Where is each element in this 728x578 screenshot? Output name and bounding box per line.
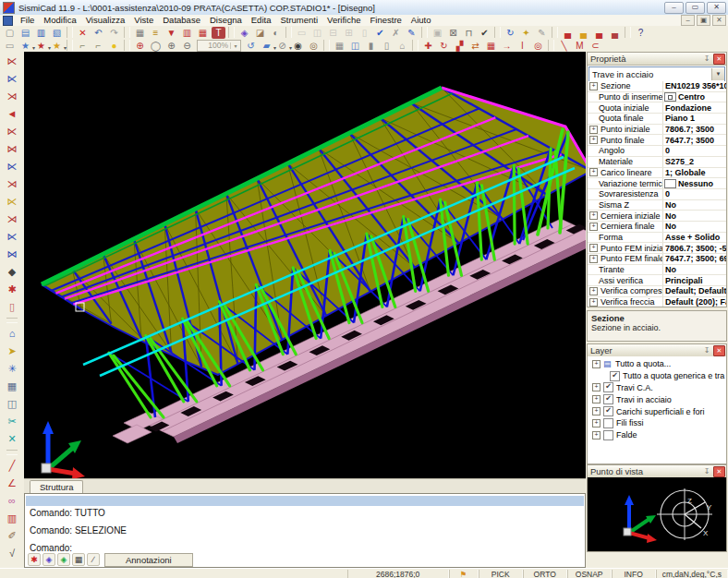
expand-icon[interactable]: + [592,431,601,440]
layer-checkbox[interactable] [603,430,613,440]
error-list-icon[interactable]: ✱ [28,553,41,566]
edit-list-icon[interactable]: ≡ [149,27,163,39]
restore-button[interactable]: ▭ [686,2,705,14]
zoom-extents-icon[interactable]: ◯ [149,40,163,52]
layer-checkbox[interactable]: ✔ [603,394,613,404]
check-model-icon[interactable]: ✔ [373,27,387,39]
expand-icon[interactable]: + [589,223,598,231]
pin-icon[interactable]: ↧ [702,346,711,355]
property-value-cell[interactable]: EN10219 356*10 [663,81,726,91]
redo-icon[interactable]: ↷ [107,27,121,39]
view-favorite-red-icon[interactable]: ★▾ [34,40,48,52]
expand-icon[interactable]: + [592,360,601,368]
light-toggle-icon[interactable]: ● [107,40,121,52]
menu-verifiche[interactable]: Verifiche [322,15,365,26]
pillar-tool-icon[interactable]: ▮ [364,40,378,52]
ok-list-icon[interactable]: ◈ [57,553,70,566]
window-layout-5-icon[interactable]: ▯ [358,27,371,39]
expand-icon[interactable]: + [589,168,598,176]
menu-modifica[interactable]: Modifica [39,15,80,26]
property-value-cell[interactable]: Default; Default [663,286,726,296]
mdi-restore-button[interactable]: ▣ [697,15,710,26]
pin-icon[interactable]: ↧ [702,467,711,476]
insert-tie-tool-icon[interactable]: ⋊ [5,176,20,192]
load-flower-tool-icon[interactable]: ✱ [5,282,20,297]
expand-icon[interactable]: + [592,419,601,427]
chevron-down-icon[interactable]: ▼ [711,68,724,80]
undo-icon[interactable]: ↶ [91,27,105,39]
property-value-cell[interactable]: S275_2 [663,157,726,167]
new-file-icon[interactable]: ▢ [3,27,17,39]
insert-node-tool-icon[interactable]: ⋉ [5,54,20,69]
property-value-cell[interactable]: Asse + Solido [663,233,726,243]
minimize-button[interactable]: ‒ [664,2,684,14]
status-osnap-toggle[interactable]: OSNAP [567,570,612,578]
insert-grid-icon[interactable]: ▦ [196,27,210,39]
house-tool-icon[interactable]: ⌂ [395,40,409,52]
rebar-layout-1-icon[interactable]: ▄ [561,27,575,39]
property-value-cell[interactable]: 0 [663,189,726,199]
print-list-icon[interactable]: ▦ [72,553,85,566]
menu-aiuto[interactable]: Aiuto [406,15,436,26]
save-file-icon[interactable]: ▥ [34,27,48,39]
insert-brace-tool-icon[interactable]: ⋉ [5,159,20,175]
clamp-tool-icon[interactable]: ⊓ [462,27,476,39]
window-tool-icon[interactable]: ◫ [348,40,362,52]
menu-database[interactable]: Database [158,15,205,26]
chain-tool-icon[interactable]: ∞ [5,493,20,509]
round-tool-icon[interactable]: ⊂ [588,40,602,52]
layer-item[interactable]: +Fili fissi [588,417,726,429]
cut-tool-icon[interactable]: ✂ [5,414,20,429]
zoom-out-icon[interactable]: ⊖ [180,40,194,52]
rebar-layout-2-icon[interactable]: ▄ [576,27,590,39]
property-value-cell[interactable]: No [663,211,726,221]
property-value-cell[interactable]: Piano 1 [663,114,726,124]
expand-icon[interactable]: + [592,407,601,415]
structural-model-3d[interactable] [24,52,586,478]
layer-item[interactable]: +✔Travi in acciaio [588,393,726,405]
drawing-canvas[interactable] [24,52,586,478]
polyline-tool-icon[interactable]: ∠ [5,476,20,491]
database-grid-icon[interactable]: ▦ [133,27,147,39]
menu-strumenti[interactable]: Strumenti [275,15,322,26]
hook-deselect-icon[interactable]: ⌐ [91,40,105,52]
property-value-cell[interactable]: No [663,222,726,232]
layer-item[interactable]: +✔Carichi superficiali e fori [588,405,726,417]
view-favorite-save-icon[interactable]: ★▾ [50,40,64,52]
brush-tool-icon[interactable]: ✐ [5,528,20,544]
property-value-cell[interactable]: Nessuno [663,178,726,188]
expand-icon[interactable]: + [589,82,598,90]
zoom-window-icon[interactable]: ⊕ [133,40,147,52]
expand-icon[interactable]: + [589,298,598,307]
insert-columns-icon[interactable]: ▥ [180,27,194,39]
insertion-point-icon[interactable] [664,92,676,102]
expand-icon[interactable]: + [589,255,598,263]
roof-tool-icon[interactable]: ⌂ [5,326,20,342]
selection-filter-icon[interactable]: ▭ [3,40,17,52]
ring-tool-icon[interactable]: ◎ [531,40,545,52]
viewpoint-widget[interactable]: ZYX [588,477,726,551]
section-plane-icon[interactable]: ⊘▾ [275,40,289,52]
property-value-cell[interactable]: 7647.7; 3500; 691 [663,254,726,264]
chevron-down-icon[interactable]: ▾ [230,42,240,49]
insert-found-tool-icon[interactable]: ⋉ [5,194,20,210]
offset-tool-icon[interactable]: ⇄ [468,40,482,52]
hammer-tools-icon[interactable]: ⊠ [446,27,460,39]
menu-viste[interactable]: Viste [129,15,158,26]
export-view-icon[interactable]: ◪ [253,27,267,39]
mirror-tool-icon[interactable]: ▞ [453,40,467,52]
insert-pile-tool-icon[interactable]: ⋉ [5,229,20,245]
mesh-tool-icon[interactable]: ▦ [5,379,20,394]
layer-checkbox[interactable]: ✔ [603,406,613,416]
expand-icon[interactable]: + [589,287,598,295]
mdi-close-button[interactable]: ✕ [712,15,726,26]
expand-icon[interactable]: + [592,383,601,391]
flag-icon[interactable]: ⚑ [449,570,479,578]
orbit-3d-icon[interactable]: ↺ [244,40,258,52]
status-orto-toggle[interactable]: ORTO [523,570,567,578]
property-value-cell[interactable]: 7647.7; 3500 [663,135,726,145]
slash-list-icon[interactable]: ∕ [87,553,100,566]
beam-section-tool-icon[interactable]: I [516,40,529,52]
property-value-cell[interactable]: Default (200); Fami [663,297,726,307]
window-layout-4-icon[interactable]: ⊞ [342,27,356,39]
